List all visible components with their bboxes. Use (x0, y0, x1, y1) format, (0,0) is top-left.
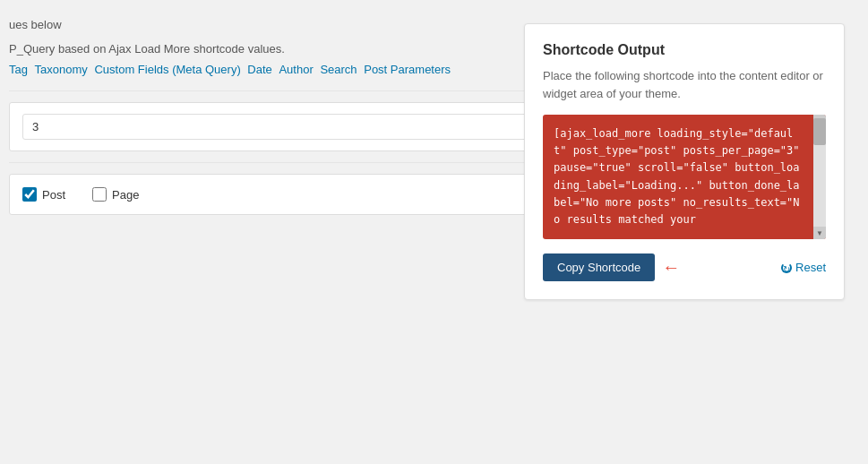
separator-5 (315, 63, 319, 76)
checkbox-page[interactable]: Page (92, 187, 139, 202)
shortcode-description: Place the following shortcode into the c… (543, 67, 826, 102)
tab-search[interactable]: Search (320, 63, 357, 76)
separator-4 (274, 63, 278, 76)
shortcode-output-panel: Shortcode Output Place the following sho… (510, 9, 859, 314)
scrollbar-track[interactable]: ▲ ▼ (813, 115, 826, 239)
post-label: Post (42, 188, 65, 202)
tab-post-parameters[interactable]: Post Parameters (364, 63, 451, 76)
separator-2 (90, 63, 93, 76)
buttons-row: Copy Shortcode ← ↻ Reset (543, 253, 826, 281)
arrow-indicator: ← (662, 257, 680, 278)
reset-label: Reset (795, 261, 826, 274)
tab-date[interactable]: Date (247, 63, 271, 76)
shortcode-title: Shortcode Output (543, 42, 826, 58)
tab-custom-fields[interactable]: Custom Fields (Meta Query) (94, 63, 240, 76)
scroll-arrow-down[interactable]: ▼ (813, 227, 826, 239)
reset-button[interactable]: ↻ Reset (781, 261, 826, 274)
post-checkbox[interactable] (22, 187, 37, 202)
scrollbar-thumb[interactable] (813, 118, 826, 145)
page-checkbox[interactable] (92, 187, 107, 202)
reset-icon: ↻ (781, 262, 792, 273)
separator-1 (30, 63, 33, 76)
separator-3 (243, 63, 246, 76)
separator-6 (359, 63, 363, 76)
copy-arrow-group: Copy Shortcode ← (543, 253, 680, 281)
checkbox-post[interactable]: Post (22, 187, 65, 202)
shortcode-code: [ajax_load_more loading_style="default" … (554, 125, 801, 228)
tab-tag[interactable]: Tag (9, 63, 28, 76)
tab-author[interactable]: Author (279, 63, 313, 76)
copy-shortcode-button[interactable]: Copy Shortcode (543, 253, 655, 281)
shortcode-box: Shortcode Output Place the following sho… (524, 23, 845, 300)
shortcode-output-area[interactable]: [ajax_load_more loading_style="default" … (543, 115, 826, 239)
page-label: Page (112, 188, 139, 202)
tab-taxonomy[interactable]: Taxonomy (35, 63, 88, 76)
